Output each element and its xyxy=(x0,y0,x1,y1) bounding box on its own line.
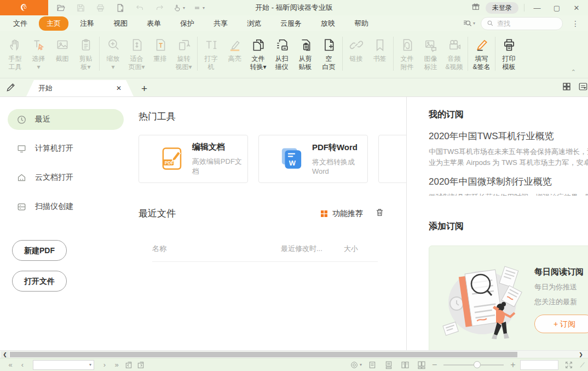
redo-icon xyxy=(153,2,165,14)
new-tab-button[interactable]: + xyxy=(141,83,147,94)
sidebar-item-recent[interactable]: 最近 xyxy=(8,109,124,130)
feature-recommend-button[interactable]: 功能推荐 xyxy=(320,209,363,219)
tab-close-icon[interactable]: ✕ xyxy=(116,84,122,92)
new-document-icon[interactable] xyxy=(114,2,126,14)
recent-files-columns: 名称 最近修改时... 大小 xyxy=(139,244,406,254)
edit-pencil-icon[interactable] xyxy=(5,82,16,95)
hot-tool-card-partial[interactable] xyxy=(378,135,406,183)
last-page-icon[interactable]: » xyxy=(111,359,123,370)
resize-grip[interactable]: ⟋ xyxy=(580,361,585,369)
zoom-percent-box[interactable] xyxy=(520,360,558,370)
menu-cloud[interactable]: 云服务 xyxy=(280,16,302,31)
more-options-icon[interactable]: ⋮ xyxy=(568,19,583,28)
page-combo-caret-icon[interactable]: ▾ xyxy=(89,362,91,367)
zoom-percent-input[interactable] xyxy=(521,363,557,369)
search-field[interactable] xyxy=(481,17,563,30)
maximize-button[interactable]: ▢ xyxy=(550,2,564,13)
start-page-content: 最近 计算机打开 云文档打开 扫描仪创建 新建PDF 打开文件 热门工具 PDF xyxy=(0,96,588,350)
sidebar-item-scanner-create[interactable]: 扫描仪创建 xyxy=(8,196,124,217)
add-subscription-title: 添加订阅 xyxy=(429,221,588,232)
menu-file[interactable]: 文件 xyxy=(13,16,27,31)
menu-browse[interactable]: 浏览 xyxy=(247,16,261,31)
zoom-in-icon[interactable]: + xyxy=(510,360,515,370)
menu-share[interactable]: 共享 xyxy=(214,16,228,31)
open-file-button[interactable]: 打开文件 xyxy=(12,271,67,292)
hand-pointer-icon[interactable]: ▾ xyxy=(173,2,185,14)
login-status-badge[interactable]: 未登录 xyxy=(486,2,518,14)
open-file-icon[interactable] xyxy=(55,2,67,14)
close-button[interactable]: ✕ xyxy=(569,2,584,13)
article-title[interactable]: 2020年中国微球制剂行业概览 xyxy=(429,175,588,188)
card-desc: 高效编辑PDF文档 xyxy=(192,157,247,176)
previous-page-icon[interactable]: ‹ xyxy=(16,359,28,370)
menu-protect[interactable]: 保护 xyxy=(180,16,194,31)
column-name[interactable]: 名称 xyxy=(152,244,281,254)
page-number-combo[interactable]: ▾ xyxy=(33,360,94,370)
tab-start-page[interactable]: 开始 ✕ xyxy=(26,80,134,96)
article-body-line: 微球制剂具有延长药物作用时间、增强治疗效果、降低 xyxy=(429,192,588,196)
previous-view-icon[interactable] xyxy=(123,359,135,370)
subscribe-button[interactable]: + 订阅 xyxy=(534,315,588,333)
collapse-ribbon-icon[interactable]: ⌃ xyxy=(571,69,576,76)
continuous-page-icon[interactable] xyxy=(383,359,395,370)
bookmark-button: 书签 xyxy=(368,36,391,63)
search-input[interactable] xyxy=(497,20,552,27)
subscription-article[interactable]: 2020年中国TWS耳机行业概览 中国TWS耳机市场在未来五年将会保持高速增长，… xyxy=(429,130,588,168)
from-clipboard-button[interactable]: 从剪 贴板 xyxy=(293,36,317,71)
column-size[interactable]: 大小 xyxy=(344,244,377,254)
facing-continuous-icon[interactable] xyxy=(416,359,428,370)
fill-sign-button[interactable]: 填写 &签名 xyxy=(470,36,493,71)
gift-icon[interactable] xyxy=(471,2,480,13)
convert-files-button[interactable]: 文件 转换▾ xyxy=(246,36,270,71)
print-icon xyxy=(94,2,106,14)
highlight-button: 高亮 xyxy=(223,36,246,71)
zoom-out-icon[interactable]: − xyxy=(432,360,437,370)
foxit-logo[interactable] xyxy=(0,0,48,15)
computer-icon xyxy=(16,144,27,154)
menu-present[interactable]: 放映 xyxy=(321,16,335,31)
recent-files-title: 最近文件 xyxy=(139,207,176,220)
grid-view-icon[interactable] xyxy=(562,82,572,94)
next-page-icon[interactable]: › xyxy=(99,359,111,370)
hot-tool-card-edit-pdf[interactable]: PDF 编辑文档 高效编辑PDF文档 xyxy=(139,135,248,183)
horizontal-scrollbar[interactable]: ❮ ❯ xyxy=(0,350,588,358)
advanced-search-icon[interactable]: ▾ xyxy=(463,19,475,28)
hot-tool-card-pdf-to-word[interactable]: W PDF转Word 将文档转换成Word xyxy=(258,135,368,183)
menu-view[interactable]: 视图 xyxy=(113,16,128,31)
facing-pages-icon[interactable] xyxy=(399,359,411,370)
reflow-icon xyxy=(153,37,168,53)
eye-view-icon[interactable]: ▾ xyxy=(350,359,362,370)
page-number-input[interactable] xyxy=(33,361,88,369)
foxit-phoenix-icon xyxy=(20,3,28,12)
subscription-article[interactable]: 2020年中国微球制剂行业概览 微球制剂具有延长药物作用时间、增强治疗效果、降低 xyxy=(429,175,588,196)
sidebar-item-cloud-docs[interactable]: 云文档打开 xyxy=(8,167,124,188)
sidebar-item-label: 最近 xyxy=(35,115,50,124)
menu-home[interactable]: 主页 xyxy=(39,16,68,31)
fullscreen-icon[interactable] xyxy=(563,359,575,370)
article-title[interactable]: 2020年中国TWS耳机行业概览 xyxy=(429,130,588,142)
typewriter-icon xyxy=(204,37,218,53)
clear-recent-trash-icon[interactable] xyxy=(375,208,384,219)
menu-form[interactable]: 表单 xyxy=(147,16,161,31)
customize-toolbar-icon[interactable]: ▾ xyxy=(193,2,205,14)
fit-page-icon xyxy=(130,37,144,53)
zoom-slider-knob[interactable] xyxy=(474,361,481,368)
zoom-slider[interactable] xyxy=(443,364,504,366)
minimize-button[interactable]: — xyxy=(530,2,544,13)
menu-help[interactable]: 帮助 xyxy=(354,16,368,31)
first-page-icon[interactable]: « xyxy=(4,359,16,370)
scrollbar-thumb[interactable] xyxy=(10,352,517,357)
reading-list-icon[interactable] xyxy=(578,82,588,94)
print-template-button[interactable]: 打印 模板 xyxy=(497,36,521,71)
sidebar-item-computer[interactable]: 计算机打开 xyxy=(8,138,124,159)
snapshot-icon xyxy=(55,37,70,53)
single-page-icon[interactable] xyxy=(366,359,378,370)
blank-page-button[interactable]: 空 白页 xyxy=(317,36,341,71)
scroll-left-arrow[interactable]: ❮ xyxy=(1,351,9,358)
next-view-icon[interactable] xyxy=(135,359,147,370)
menu-comment[interactable]: 注释 xyxy=(80,16,94,31)
scroll-right-arrow[interactable]: ❯ xyxy=(577,351,585,358)
from-scanner-button[interactable]: 从扫 描仪 xyxy=(270,36,293,71)
new-pdf-button[interactable]: 新建PDF xyxy=(12,240,67,261)
column-modified[interactable]: 最近修改时... xyxy=(281,244,344,254)
